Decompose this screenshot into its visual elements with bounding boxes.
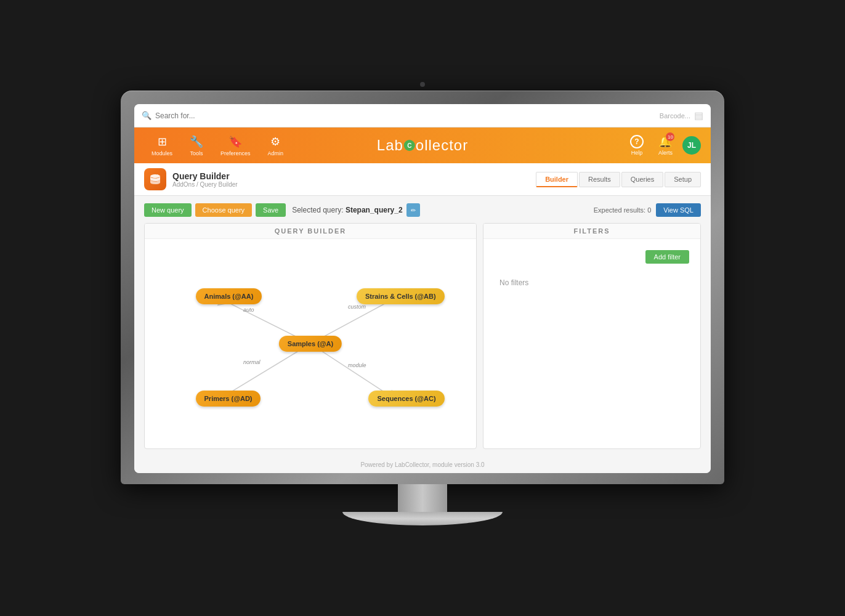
view-sql-button[interactable]: View SQL [656,203,701,217]
nav-right: ? Help 🔔 10 Alerts JL [625,132,701,158]
screen: 🔍 Barcode... ▤ ⊞ Modules [134,104,711,473]
navbar: ⊞ Modules 🔧 Tools 🔖 Preferences ⚙ [134,128,711,163]
nav-item-tools[interactable]: 🔧 Tools [182,132,211,159]
node-center[interactable]: Samples (@A) [279,336,342,352]
stand-neck [398,484,447,512]
barcode-label: Barcode... [660,112,690,120]
nav-item-modules[interactable]: ⊞ Modules [144,132,180,159]
node-top-left[interactable]: Animals (@AA) [196,288,262,304]
expected-results: Expected results: 0 View SQL [594,203,701,217]
bezel: 🔍 Barcode... ▤ ⊞ Modules [134,104,711,473]
modules-icon: ⊞ [158,135,167,148]
edge-label-normal: normal [243,359,261,365]
logo-circle: C [404,140,415,151]
user-avatar[interactable]: JL [682,136,701,155]
footer-text: Powered by LabCollector, module version … [360,461,484,468]
filters-body: Add filter No filters [483,239,700,436]
search-icon: 🔍 [142,111,152,120]
stand-base [342,512,503,525]
edge-label-module: module [348,362,366,368]
sub-header: Query Builder AddOns / Query Builder Bui… [134,163,711,196]
admin-icon: ⚙ [270,135,280,148]
choose-query-button[interactable]: Choose query [195,203,253,217]
breadcrumb: AddOns / Query Builder [172,181,238,188]
alert-badge-wrap: 🔔 10 [658,135,672,148]
svg-point-0 [150,174,160,178]
nav-label-modules: Modules [152,150,172,156]
expected-results-label: Expected results: 0 [594,206,652,214]
monitor: 🔍 Barcode... ▤ ⊞ Modules [121,91,724,525]
nav-items: ⊞ Modules 🔧 Tools 🔖 Preferences ⚙ [144,132,291,159]
nav-label-preferences: Preferences [220,150,251,156]
selected-query-label: Selected query: Stepan_query_2 [292,206,402,214]
tab-results[interactable]: Results [579,172,620,187]
nav-label-admin: Admin [268,150,284,156]
add-filter-button[interactable]: Add filter [645,250,689,264]
barcode-area: Barcode... ▤ [660,110,703,121]
edge-label-auto: auto [243,307,254,313]
page-title-area: Query Builder AddOns / Query Builder [144,168,238,190]
query-builder-body: auto custom normal module Samples (@A) [145,239,476,448]
graph-area[interactable]: auto custom normal module Samples (@A) [151,245,470,442]
help-icon: ? [630,135,644,148]
search-input[interactable] [155,111,660,120]
node-top-right[interactable]: Strains & Cells (@AB) [357,288,445,304]
help-label: Help [631,150,643,156]
query-builder-header: QUERY BUILDER [145,224,476,239]
node-bottom-right[interactable]: Sequences (@AC) [368,391,444,407]
tab-buttons: Builder Results Queries Setup [536,172,701,187]
top-search-bar: 🔍 Barcode... ▤ [134,104,711,128]
footer: Powered by LabCollector, module version … [134,456,711,473]
tools-icon: 🔧 [190,135,203,148]
selected-query-name: Stepan_query_2 [346,206,403,214]
node-bottom-left[interactable]: Primers (@AD) [196,391,261,407]
query-builder-panel: QUERY BUILDER [144,223,477,449]
tab-setup[interactable]: Setup [665,172,701,187]
page-title: Query Builder [172,171,238,181]
title-text: Query Builder AddOns / Query Builder [172,171,238,188]
database-icon [149,173,161,185]
logo-text-left: Lab [377,137,403,154]
alerts-label: Alerts [658,150,673,156]
alerts-button[interactable]: 🔔 10 Alerts [653,132,677,158]
save-button[interactable]: Save [256,203,286,217]
filters-panel: FILTERS Add filter No filters [483,223,701,449]
selected-query-prefix: Selected query: [292,206,343,214]
no-filters-text: No filters [490,269,694,297]
nav-item-admin[interactable]: ⚙ Admin [261,132,291,159]
tab-builder[interactable]: Builder [536,172,578,187]
screen-border: 🔍 Barcode... ▤ ⊞ Modules [121,91,724,484]
panels: QUERY BUILDER [144,223,701,449]
edit-query-button[interactable]: ✏ [406,203,420,217]
camera [420,82,425,87]
toolbar: New query Choose query Save Selected que… [144,203,701,217]
monitor-stand [121,484,724,525]
nav-label-tools: Tools [190,150,203,156]
module-icon [144,168,166,190]
barcode-icon: ▤ [694,110,703,121]
edge-label-custom: custom [348,304,366,310]
nav-item-preferences[interactable]: 🔖 Preferences [213,132,258,159]
tab-queries[interactable]: Queries [621,172,664,187]
new-query-button[interactable]: New query [144,203,192,217]
filters-header: FILTERS [483,224,700,239]
help-button[interactable]: ? Help [625,132,649,158]
content-area: New query Choose query Save Selected que… [134,196,711,456]
alerts-badge: 10 [666,132,674,141]
preferences-icon: 🔖 [228,135,242,148]
logo: Lab C ollector [377,137,468,154]
logo-text-right: ollector [416,137,468,154]
